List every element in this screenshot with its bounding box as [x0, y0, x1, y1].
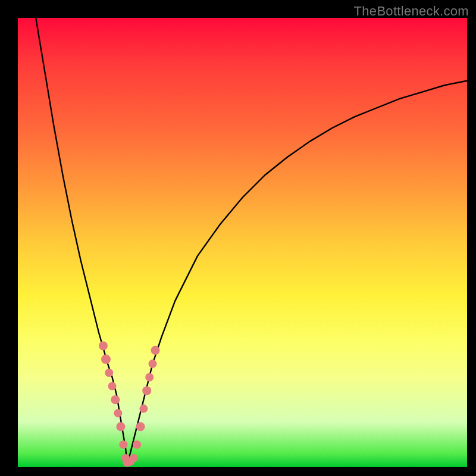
marker-group: [99, 342, 160, 467]
data-marker: [151, 346, 160, 355]
watermark-text: TheBottleneck.com: [354, 4, 469, 19]
data-marker: [142, 386, 151, 395]
data-marker: [105, 368, 113, 377]
data-marker: [145, 373, 154, 381]
data-marker: [101, 355, 111, 364]
plot-area: [18, 18, 467, 467]
data-marker: [130, 454, 138, 462]
chart-svg: [18, 18, 467, 467]
data-marker: [111, 395, 120, 404]
data-marker: [119, 440, 127, 449]
data-marker: [133, 440, 141, 449]
data-marker: [99, 342, 108, 350]
data-marker: [108, 382, 117, 390]
curve-right-branch: [127, 81, 467, 463]
data-marker: [139, 405, 148, 413]
curve-group: [36, 18, 467, 462]
data-marker: [114, 409, 122, 417]
chart-frame: TheBottleneck.com: [0, 0, 476, 476]
data-marker: [149, 359, 157, 368]
data-marker: [116, 422, 125, 431]
data-marker: [136, 422, 145, 431]
